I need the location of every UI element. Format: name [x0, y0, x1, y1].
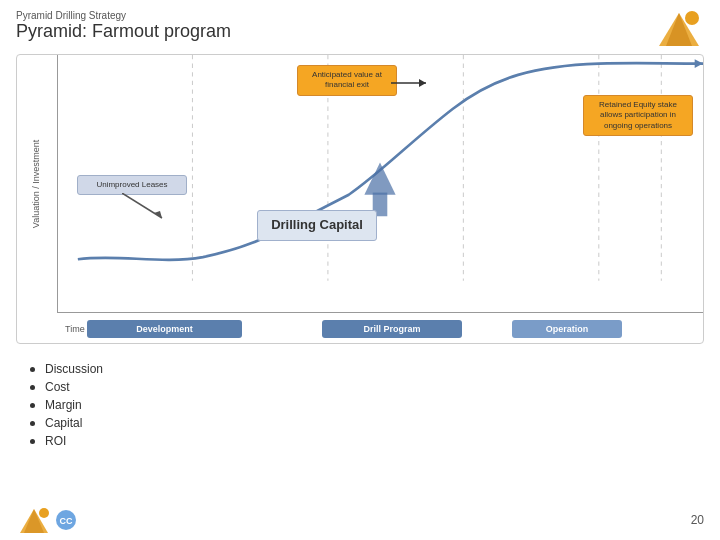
bullet-dot	[30, 421, 35, 426]
phase-labels: Development Drill Program Operation	[57, 315, 703, 343]
list-item: Margin	[30, 398, 690, 412]
bullet-list: Discussion Cost Margin Capital ROI	[0, 352, 720, 462]
y-axis-label: Valuation / Investment	[31, 140, 41, 228]
header: Pyramid Drilling Strategy Pyramid: Farmo…	[0, 0, 720, 46]
bullet-text: Cost	[45, 380, 70, 394]
footer-logo: CC	[16, 506, 78, 534]
header-subtitle: Pyramid Drilling Strategy	[16, 10, 704, 21]
svg-marker-12	[419, 79, 426, 87]
svg-marker-8	[695, 59, 703, 68]
unimproved-arrow	[122, 193, 172, 223]
bullet-dot	[30, 439, 35, 444]
annotation-anticipated: Anticipated value at financial exit	[297, 65, 397, 96]
chart-box: Valuation / Investment Anticipated value…	[16, 54, 704, 344]
bullet-dot	[30, 385, 35, 390]
footer-logo-icon	[16, 506, 52, 534]
annotation-retained: Retained Equity stake allows participati…	[583, 95, 693, 136]
list-item: Capital	[30, 416, 690, 430]
anticipated-arrow	[391, 73, 431, 93]
list-item: Discussion	[30, 362, 690, 376]
header-title: Pyramid: Farmout program	[16, 21, 704, 42]
phase-development: Development	[87, 320, 242, 338]
phase-drill: Drill Program	[322, 320, 462, 338]
bullet-text: Margin	[45, 398, 82, 412]
bullet-dot	[30, 367, 35, 372]
bullet-text: Discussion	[45, 362, 103, 376]
bullet-dot	[30, 403, 35, 408]
list-item: Cost	[30, 380, 690, 394]
svg-text:CC: CC	[60, 516, 73, 526]
bullet-text: ROI	[45, 434, 66, 448]
svg-point-2	[685, 11, 699, 25]
page-number: 20	[691, 513, 704, 527]
list-item: ROI	[30, 434, 690, 448]
company-logo-top	[654, 8, 704, 48]
bullet-text: Capital	[45, 416, 82, 430]
footer: CC 20	[16, 506, 704, 534]
svg-point-20	[39, 508, 49, 518]
phase-operation: Operation	[512, 320, 622, 338]
footer-logo-circle: CC	[54, 508, 78, 532]
annotation-drilling: Drilling Capital	[257, 210, 377, 241]
